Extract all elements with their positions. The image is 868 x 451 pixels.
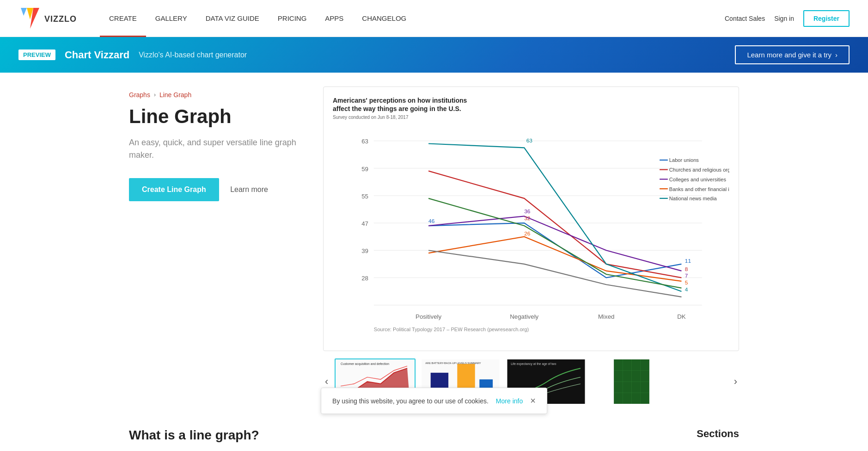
contact-sales-link[interactable]: Contact Sales [725, 15, 765, 22]
svg-text:39: 39 [361, 248, 368, 255]
nav-pricing[interactable]: PRICING [269, 0, 316, 37]
breadcrumb-graphs[interactable]: Graphs [129, 91, 150, 99]
banner-cta-button[interactable]: Learn more and give it a try › [735, 45, 850, 64]
what-is-title: What is a line graph? [129, 428, 259, 443]
chevron-right-icon: › [835, 51, 837, 59]
right-panel: Americans' perceptions on how institutio… [323, 86, 739, 405]
breadcrumb: Graphs › Line Graph [129, 91, 305, 99]
nav-apps[interactable]: APPS [316, 0, 353, 37]
svg-text:46: 46 [428, 218, 435, 224]
bottom-section: What is a line graph? Sections [110, 419, 758, 451]
svg-text:11: 11 [685, 258, 691, 264]
svg-text:ARE BATTERY-BACK-UP LEVELS SUM: ARE BATTERY-BACK-UP LEVELS SUMMARY [426, 362, 482, 365]
chart-title: Americans' perceptions on how institutio… [333, 96, 481, 113]
svg-text:63: 63 [361, 138, 368, 145]
svg-text:5: 5 [685, 280, 688, 286]
line-graph-svg: 63 59 55 47 39 28 Positively Negatively … [333, 127, 729, 340]
svg-text:59: 59 [361, 166, 368, 173]
nav-gallery[interactable]: GALLERY [146, 0, 196, 37]
main-chart-container: Americans' perceptions on how institutio… [323, 86, 739, 351]
svg-text:Life expectancy at the age of : Life expectancy at the age of two [511, 362, 556, 365]
svg-text:Negatively: Negatively [510, 314, 538, 321]
svg-text:DK: DK [677, 314, 686, 321]
svg-text:4: 4 [685, 286, 688, 293]
preview-badge: PREVIEW [18, 49, 55, 60]
logo-text: VIZZLO [44, 14, 77, 24]
learn-more-button[interactable]: Learn more [230, 185, 268, 194]
svg-text:Customer acquisition and defec: Customer acquisition and defection [341, 362, 389, 365]
next-thumbnail-button[interactable]: › [732, 371, 739, 392]
create-line-graph-button[interactable]: Create Line Graph [129, 178, 219, 201]
cookie-close-button[interactable]: × [530, 395, 536, 406]
nav-data-viz-guide[interactable]: DATA VIZ GUIDE [196, 0, 269, 37]
svg-text:47: 47 [361, 220, 368, 227]
thumbnail-4-svg [592, 359, 671, 404]
svg-text:Banks and other financial inst: Banks and other financial institutions [669, 186, 729, 192]
svg-text:26: 26 [524, 230, 531, 237]
banner-subtitle: Vizzlo's AI-based chart generator [139, 51, 247, 59]
cookie-text: By using this website, you agree to our … [332, 397, 489, 405]
vizzlo-logo-icon [18, 6, 42, 31]
svg-text:Colleges and universities: Colleges and universities [669, 177, 727, 182]
nav-right: Contact Sales Sign in Register [725, 10, 850, 27]
svg-text:8: 8 [685, 266, 688, 272]
chart-visualization: 63 59 55 47 39 28 Positively Negatively … [333, 127, 729, 341]
nav-create[interactable]: CREATE [100, 0, 146, 37]
page-description: An easy, quick, and super versatile line… [129, 136, 305, 161]
svg-text:Labor unions: Labor unions [669, 158, 699, 163]
sections-title: Sections [697, 428, 739, 443]
cta-buttons: Create Line Graph Learn more [129, 178, 305, 201]
page-title: Line Graph [129, 106, 305, 127]
breadcrumb-current: Line Graph [159, 91, 191, 99]
chart-subtitle: Survey conducted on Jun 8-18, 2017 [333, 115, 729, 120]
nav-links: CREATE GALLERY DATA VIZ GUIDE PRICING AP… [100, 0, 725, 37]
svg-text:National news media: National news media [669, 196, 717, 202]
svg-text:63: 63 [526, 137, 533, 144]
promo-banner: PREVIEW Chart Vizzard Vizzlo's AI-based … [0, 37, 868, 73]
cookie-more-info-link[interactable]: More info [496, 397, 523, 405]
navbar: VIZZLO CREATE GALLERY DATA VIZ GUIDE PRI… [0, 0, 868, 37]
breadcrumb-chevron-icon: › [154, 92, 156, 98]
left-panel: Graphs › Line Graph Line Graph An easy, … [129, 86, 305, 405]
svg-text:32: 32 [524, 216, 530, 222]
svg-text:Source: Political Typology 201: Source: Political Typology 2017 – PEW Re… [374, 327, 529, 332]
banner-title: Chart Vizzard [65, 49, 129, 61]
nav-changelog[interactable]: CHANGELOG [353, 0, 416, 37]
svg-text:36: 36 [524, 209, 531, 215]
svg-text:7: 7 [685, 273, 688, 279]
svg-text:28: 28 [361, 275, 368, 282]
svg-text:Mixed: Mixed [598, 314, 614, 321]
svg-text:Positively: Positively [416, 314, 442, 321]
main-content: Graphs › Line Graph Line Graph An easy, … [110, 73, 758, 419]
svg-text:Churches and religious organiz: Churches and religious organizations [669, 167, 729, 173]
cookie-banner: By using this website, you agree to our … [321, 388, 547, 414]
svg-text:55: 55 [361, 193, 368, 200]
logo-area: VIZZLO [18, 6, 77, 31]
signin-link[interactable]: Sign in [774, 15, 794, 22]
thumbnail-4[interactable] [591, 358, 672, 405]
register-button[interactable]: Register [803, 10, 850, 27]
